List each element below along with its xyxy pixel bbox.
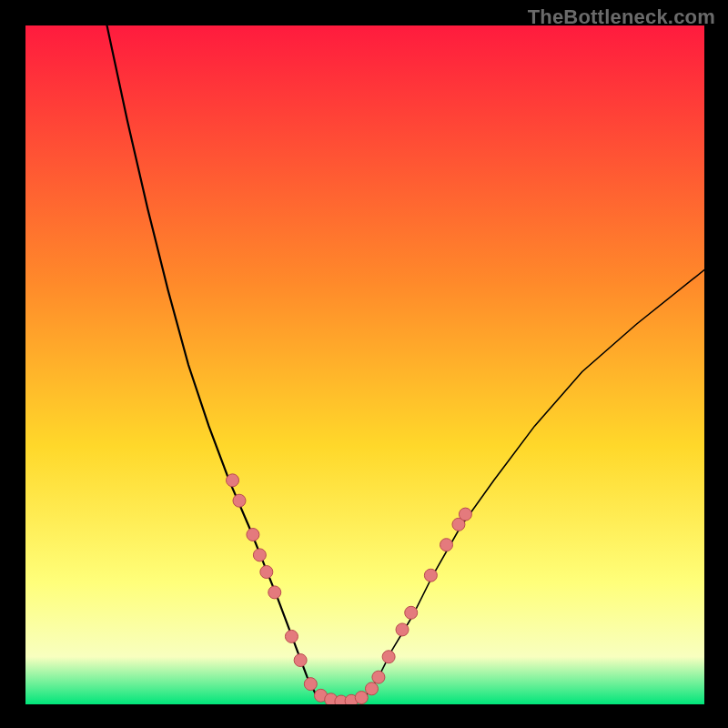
highlight-dot: [247, 529, 259, 541]
highlight-dot: [304, 678, 317, 691]
highlight-dot: [405, 606, 418, 619]
highlight-dot: [260, 566, 273, 579]
highlight-dot: [382, 651, 395, 663]
highlight-dot: [372, 671, 385, 683]
watermark-text: TheBottleneck.com: [528, 5, 715, 29]
chart-stage: TheBottleneck.com: [0, 0, 728, 728]
highlight-dot: [396, 623, 409, 636]
plot-frame: [25, 25, 704, 704]
highlight-dot: [285, 630, 298, 642]
plot-svg: [25, 25, 704, 704]
highlight-dot: [233, 494, 246, 507]
plot-background: [25, 25, 704, 704]
highlight-dot: [440, 539, 453, 551]
highlight-dot: [227, 474, 239, 487]
highlight-dot: [424, 569, 437, 581]
highlight-dot: [355, 692, 368, 704]
highlight-dot: [365, 682, 378, 695]
highlight-dot: [253, 549, 266, 561]
highlight-dot: [459, 508, 471, 521]
highlight-dot: [268, 586, 281, 599]
highlight-dot: [294, 654, 307, 667]
